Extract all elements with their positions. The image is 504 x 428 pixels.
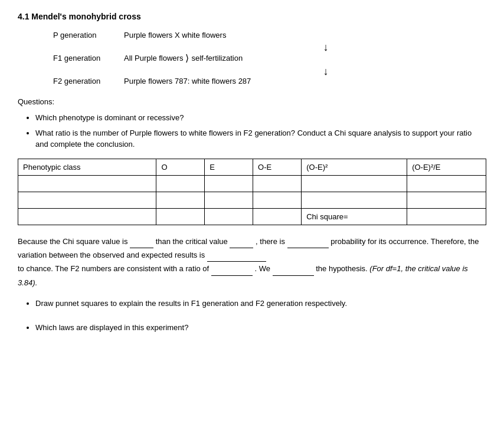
table-row — [18, 175, 486, 192]
questions-list: Which phenotype is dominant or recessive… — [35, 112, 486, 150]
row3-col4 — [253, 208, 302, 225]
row1-col6 — [407, 175, 486, 192]
p-generation-content: Purple flowers X white flowers — [124, 31, 226, 39]
row1-col3 — [205, 175, 253, 192]
table-header-row: Phenotypic class O E O-E (O-E)² (O-E)²/E — [18, 159, 486, 175]
row1-col5 — [302, 175, 407, 192]
para-text-2: than the critical value — [156, 237, 228, 246]
arrow-down-2: ↓ — [165, 66, 486, 77]
generation-diagram: P generation Purple flowers X white flow… — [53, 31, 486, 85]
para-text-5: to chance. The F2 numbers are consistent… — [18, 264, 209, 273]
col-header-o-e-sq: (O-E)² — [302, 159, 407, 175]
row2-col3 — [205, 192, 253, 208]
blank-7 — [273, 268, 314, 276]
arrow-right-icon: ⟩ — [185, 52, 189, 64]
para-text-3: , there is — [256, 237, 285, 246]
arrow-down-1: ↓ — [165, 42, 486, 52]
para-text-1: Because the Chi square value is — [18, 237, 127, 246]
row1-col2 — [156, 175, 205, 192]
section-title: 4.1 Mendel's monohybrid cross — [18, 12, 486, 21]
blank-1 — [130, 240, 153, 248]
f1-generation-row: F1 generation All Purple flowers ⟩ self-… — [53, 52, 486, 64]
blank-6 — [211, 268, 253, 276]
col-header-o-e: O-E — [253, 159, 302, 175]
f2-generation-row: F2 generation Purple flowers 787: white … — [53, 77, 486, 85]
questions-label: Questions: — [18, 97, 486, 106]
chi-square-label: Chi square= — [302, 208, 407, 225]
f1-self-fertilization: self-fertilization — [191, 54, 243, 62]
p-generation-row: P generation Purple flowers X white flow… — [53, 31, 486, 39]
row3-col3 — [205, 208, 253, 225]
table-row — [18, 192, 486, 208]
row3-col6 — [407, 208, 486, 225]
chi-square-table: Phenotypic class O E O-E (O-E)² (O-E)²/E — [18, 159, 486, 225]
row2-col1 — [18, 192, 156, 208]
blank-3 — [287, 240, 329, 248]
row2-col6 — [407, 192, 486, 208]
f1-generation-content: All Purple flowers — [124, 54, 183, 62]
row2-col4 — [253, 192, 302, 208]
additional-questions-list: Draw punnet squares to explain the resul… — [35, 298, 486, 333]
col-header-phenotypic-class: Phenotypic class — [18, 159, 156, 175]
f1-generation-label: F1 generation — [53, 54, 124, 62]
conclusion-paragraph: Because the Chi square value is than the… — [18, 235, 486, 290]
p-generation-label: P generation — [53, 31, 124, 39]
row1-col1 — [18, 175, 156, 192]
questions-section: Questions: Which phenotype is dominant o… — [18, 97, 486, 150]
f2-generation-label: F2 generation — [53, 77, 124, 85]
row2-col5 — [302, 192, 407, 208]
para-text-7: the hypothesis. — [316, 264, 367, 273]
blank-2 — [230, 240, 253, 248]
row1-col4 — [253, 175, 302, 192]
row2-col2 — [156, 192, 205, 208]
blank-5 — [207, 253, 266, 262]
col-header-e: E — [205, 159, 253, 175]
row3-col2 — [156, 208, 205, 225]
additional-question-2: Which laws are displayed in this experim… — [35, 322, 486, 334]
table-row-chi: Chi square= — [18, 208, 486, 225]
f2-generation-content: Purple flowers 787: white flowers 287 — [124, 77, 251, 85]
additional-question-1: Draw punnet squares to explain the resul… — [35, 298, 486, 310]
col-header-o: O — [156, 159, 205, 175]
para-text-6: . We — [254, 264, 270, 273]
col-header-o-e-sq-e: (O-E)²/E — [407, 159, 486, 175]
row3-col1 — [18, 208, 156, 225]
question-2: What ratio is the number of Purple flowe… — [35, 127, 486, 150]
question-1: Which phenotype is dominant or recessive… — [35, 112, 486, 124]
